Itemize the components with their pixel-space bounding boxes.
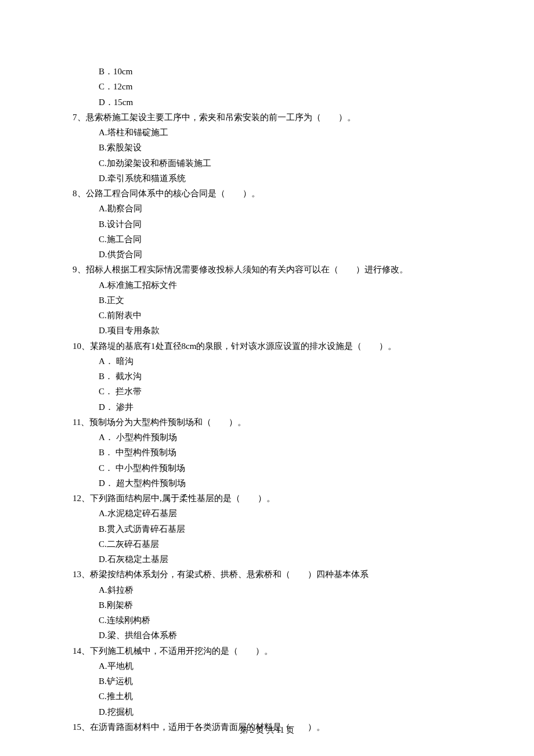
q13-option-c: C.连续刚构桥 bbox=[73, 613, 461, 628]
q7-option-b: B.索股架设 bbox=[73, 140, 461, 155]
q8-option-c: C.施工合同 bbox=[73, 232, 461, 247]
q14-option-d: D.挖掘机 bbox=[73, 704, 461, 719]
q13-option-d: D.梁、拱组合体系桥 bbox=[73, 628, 461, 643]
q11-stem: 11、预制场分为大型构件预制场和（ ）。 bbox=[73, 415, 461, 430]
q14-stem: 14、下列施工机械中，不适用开挖沟的是（ ）。 bbox=[73, 643, 461, 658]
q9-stem: 9、招标人根据工程实际情况需要修改投标人须知的有关内容可以在（ ）进行修改。 bbox=[73, 262, 461, 277]
page-number: 第 2 页 共 11 页 bbox=[0, 723, 534, 738]
q12-stem: 12、下列路面结构层中,属于柔性基层的是（ ）。 bbox=[73, 491, 461, 506]
q14-option-b: B.铲运机 bbox=[73, 674, 461, 689]
q12-option-b: B.贯入式沥青碎石基层 bbox=[73, 521, 461, 537]
q6-option-d: D．15cm bbox=[73, 95, 461, 110]
q11-option-b: B． 中型构件预制场 bbox=[73, 445, 461, 460]
q10-option-a: A． 暗沟 bbox=[73, 354, 461, 369]
q8-option-d: D.供货合同 bbox=[73, 247, 461, 262]
q14-option-c: C.推土机 bbox=[73, 689, 461, 704]
q7-option-c: C.加劲梁架设和桥面铺装施工 bbox=[73, 156, 461, 171]
q8-stem: 8、公路工程合同体系中的核心合同是（ ）。 bbox=[73, 186, 461, 201]
q9-option-a: A.标准施工招标文件 bbox=[73, 278, 461, 293]
q11-option-a: A． 小型构件预制场 bbox=[73, 430, 461, 445]
q7-stem: 7、悬索桥施工架设主要工序中，索夹和吊索安装的前一工序为（ ）。 bbox=[73, 110, 461, 125]
q12-option-c: C.二灰碎石基层 bbox=[73, 537, 461, 552]
q10-option-c: C． 拦水带 bbox=[73, 384, 461, 399]
q13-stem: 13、桥梁按结构体系划分，有梁式桥、拱桥、悬索桥和（ ）四种基本体系 bbox=[73, 567, 461, 582]
q13-option-a: A.斜拉桥 bbox=[73, 582, 461, 597]
q11-option-c: C． 中小型构件预制场 bbox=[73, 460, 461, 476]
q6-option-b: B．10cm bbox=[73, 64, 461, 79]
q6-option-c: C．12cm bbox=[73, 79, 461, 94]
q10-option-d: D． 渗井 bbox=[73, 399, 461, 415]
q9-option-b: B.正文 bbox=[73, 293, 461, 308]
q11-option-d: D． 超大型构件预制场 bbox=[73, 476, 461, 491]
q12-option-a: A.水泥稳定碎石基层 bbox=[73, 506, 461, 521]
q9-option-c: C.前附表中 bbox=[73, 308, 461, 323]
q7-option-d: D.牵引系统和猫道系统 bbox=[73, 171, 461, 186]
q8-option-b: B.设计合同 bbox=[73, 217, 461, 232]
q9-option-d: D.项目专用条款 bbox=[73, 323, 461, 338]
q8-option-a: A.勘察合同 bbox=[73, 201, 461, 216]
q7-option-a: A.塔柱和锚碇施工 bbox=[73, 125, 461, 140]
q10-option-b: B． 截水沟 bbox=[73, 369, 461, 384]
q14-option-a: A.平地机 bbox=[73, 658, 461, 674]
page-container: B．10cm C．12cm D．15cm 7、悬索桥施工架设主要工序中，索夹和吊… bbox=[0, 0, 534, 756]
q13-option-b: B.刚架桥 bbox=[73, 597, 461, 613]
q12-option-d: D.石灰稳定土基层 bbox=[73, 552, 461, 567]
q10-stem: 10、某路堤的基底有1处直径8cm的泉眼，针对该水源应设置的排水设施是（ ）。 bbox=[73, 339, 461, 354]
